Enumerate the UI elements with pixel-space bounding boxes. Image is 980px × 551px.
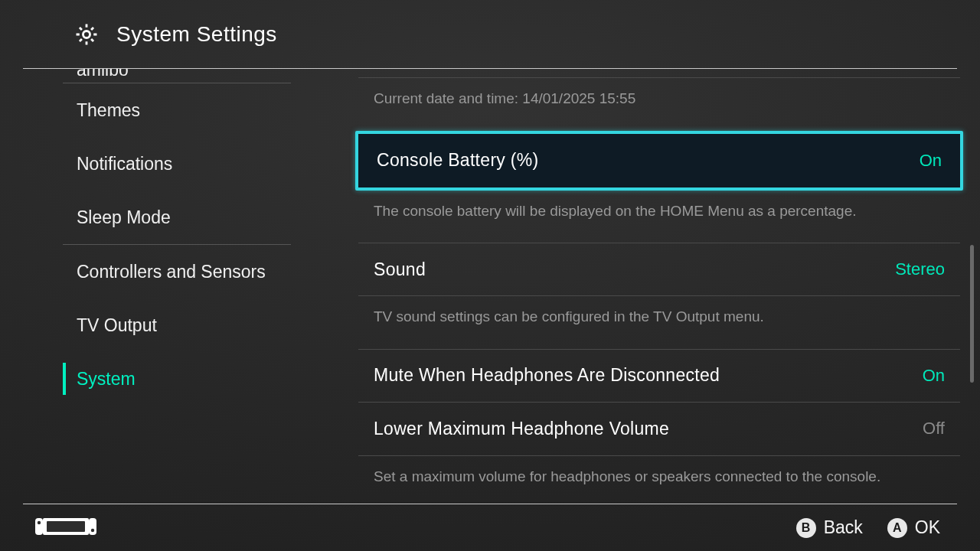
- sidebar-item-notifications[interactable]: Notifications: [0, 137, 322, 191]
- content-panel: Current date and time: 14/01/2025 15:55 …: [322, 69, 980, 504]
- setting-value: On: [920, 151, 942, 171]
- setting-row-console-battery[interactable]: Console Battery (%) On: [355, 131, 963, 191]
- sidebar-item-themes[interactable]: Themes: [0, 83, 322, 137]
- setting-desc-sound: TV sound settings can be configured in t…: [358, 296, 960, 349]
- setting-label: Sound: [374, 259, 426, 280]
- sidebar-item-system[interactable]: System: [0, 352, 322, 406]
- gear-icon: [74, 21, 100, 47]
- svg-point-4: [38, 520, 41, 523]
- sidebar-item-label: Notifications: [77, 154, 172, 174]
- setting-label: Console Battery (%): [377, 150, 539, 171]
- setting-desc-datetime: Current date and time: 14/01/2025 15:55: [358, 78, 960, 131]
- setting-value: On: [923, 366, 945, 386]
- controller-icon: [34, 515, 98, 541]
- sidebar-item-label: Controllers and Sensors: [77, 262, 266, 282]
- b-button-icon: B: [796, 518, 816, 538]
- main-area: amiibo Themes Notifications Sleep Mode C…: [0, 69, 980, 504]
- svg-point-5: [91, 528, 94, 531]
- sidebar: amiibo Themes Notifications Sleep Mode C…: [0, 69, 322, 504]
- setting-label: Lower Maximum Headphone Volume: [374, 419, 669, 439]
- sidebar-item-sleep-mode[interactable]: Sleep Mode: [0, 191, 322, 244]
- setting-desc-battery: The console battery will be displayed on…: [358, 191, 960, 243]
- setting-value: Off: [923, 419, 945, 439]
- sidebar-item-tv-output[interactable]: TV Output: [0, 298, 322, 352]
- sidebar-item-label: System: [77, 369, 136, 390]
- scrollbar-thumb[interactable]: [970, 245, 974, 383]
- sidebar-item-label: Themes: [77, 100, 140, 121]
- page-title: System Settings: [116, 22, 277, 47]
- sidebar-item-label: TV Output: [77, 315, 157, 336]
- footer-action-label: Back: [824, 517, 863, 538]
- sidebar-item-amiibo[interactable]: amiibo: [0, 69, 322, 83]
- sidebar-item-controllers-sensors[interactable]: Controllers and Sensors: [0, 245, 322, 298]
- svg-point-0: [83, 31, 90, 37]
- footer-action-ok[interactable]: A OK: [887, 517, 940, 538]
- setting-value: Stereo: [895, 259, 945, 279]
- sidebar-item-label: amiibo: [77, 69, 129, 80]
- footer-action-back[interactable]: B Back: [796, 517, 863, 538]
- sidebar-item-label: Sleep Mode: [77, 207, 171, 228]
- footer: B Back A OK: [23, 504, 957, 551]
- svg-rect-3: [89, 518, 96, 535]
- setting-row-datetime[interactable]: [358, 69, 960, 78]
- footer-action-label: OK: [915, 517, 940, 538]
- a-button-icon: A: [887, 518, 907, 538]
- setting-desc-lower-max-volume: Set a maximum volume for headphones or s…: [358, 456, 960, 504]
- setting-row-sound[interactable]: Sound Stereo: [358, 243, 960, 296]
- svg-rect-6: [47, 521, 85, 532]
- setting-row-lower-max-volume[interactable]: Lower Maximum Headphone Volume Off: [358, 403, 960, 456]
- svg-rect-2: [35, 518, 43, 535]
- setting-row-mute-headphones[interactable]: Mute When Headphones Are Disconnected On: [358, 349, 960, 403]
- header: System Settings: [23, 0, 957, 69]
- setting-label: Mute When Headphones Are Disconnected: [374, 365, 720, 386]
